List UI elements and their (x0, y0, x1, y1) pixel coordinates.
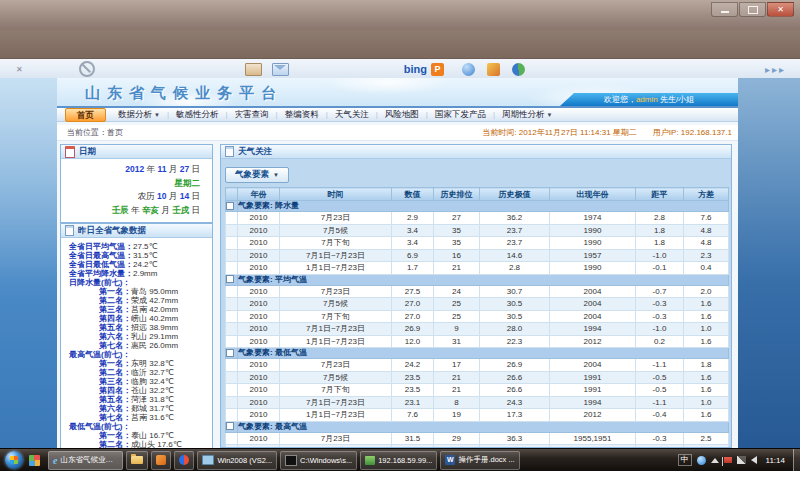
maximize-button[interactable] (739, 2, 766, 17)
row-spacer-cell (226, 224, 238, 237)
bing-logo[interactable]: bing (404, 63, 427, 75)
element-dropdown-button[interactable]: 气象要素 ▼ (225, 167, 289, 183)
row-spacer-cell (226, 285, 238, 298)
data-cell: 7月23日 (280, 432, 392, 445)
nav-item-3[interactable]: 敏感性分析 (169, 109, 226, 121)
data-cell: 2010 (238, 298, 280, 311)
taskbar-window-button[interactable]: Win2008 (VS2... (197, 451, 277, 470)
quick-launch-icon[interactable] (29, 455, 40, 466)
stat-value: 2.9mm (133, 269, 157, 278)
stat-label: 全省日最低气温： (69, 260, 133, 269)
lunar-month-unit: 月 (169, 191, 178, 201)
nav-item-8[interactable]: 国家下发产品 (428, 109, 493, 121)
taskbar-window-button[interactable]: C:\Windows\s... (280, 451, 357, 470)
tray-expand-icon[interactable] (711, 458, 719, 463)
page-left-margin (0, 78, 57, 448)
data-cell: 2010 (238, 323, 280, 336)
nav-item-2[interactable]: 数据分析▼ (111, 109, 167, 121)
header-cell-spacer (226, 188, 238, 201)
group-label: 气象要素: 最低气温 (238, 348, 729, 359)
taskbar-window-button[interactable]: W操作手册.docx ... (440, 451, 519, 470)
data-cell: 2010 (238, 396, 280, 409)
expand-box-icon[interactable] (226, 349, 234, 357)
toolbar-close-icon[interactable]: ✕ (16, 65, 23, 74)
nav-item-7[interactable]: 风险地图 (378, 109, 426, 121)
data-cell: 1.8 (684, 359, 729, 372)
nav-item-4[interactable]: 灾害查询 (228, 109, 276, 121)
expand-box-icon[interactable] (226, 275, 234, 283)
rank-row: 第三名：临朐 32.4℃ (63, 377, 210, 386)
data-cell: 2010 (238, 432, 280, 445)
data-cell: 2010 (238, 445, 280, 448)
taskbar-media-button[interactable] (174, 451, 194, 470)
data-cell: 1.8 (636, 224, 684, 237)
data-cell: 21 (434, 371, 480, 384)
taskbar-app-orange-button[interactable] (151, 451, 171, 470)
action-center-flag-icon[interactable] (724, 457, 732, 463)
show-desktop-button[interactable] (793, 449, 800, 472)
rank-value: 荣成 42.7mm (131, 296, 178, 305)
update-tray-icon[interactable] (697, 456, 706, 465)
data-cell: 2010 (238, 237, 280, 250)
column-header: 数值 (392, 188, 434, 201)
data-cell: 7月下旬 (280, 384, 392, 397)
calendar-content: 2012 年 11 月 27 日 星期二 农历 10 月 14 日 壬辰 年 (61, 159, 212, 222)
language-indicator[interactable]: 中 (678, 454, 692, 466)
data-cell: 7月1日~7月23日 (280, 249, 392, 262)
plugin-icon-green[interactable] (512, 63, 525, 76)
blocked-icon[interactable] (79, 61, 95, 77)
network-icon[interactable] (737, 456, 746, 464)
lunar-day: 14 (180, 191, 189, 201)
nav-item-1[interactable]: 首页 (65, 108, 106, 122)
page-right-margin (738, 78, 800, 448)
group-row: 气象要素: 最低气温 (226, 348, 729, 359)
ganzhi-day: 壬戌 (172, 205, 189, 215)
expand-box-icon[interactable] (226, 202, 234, 210)
mail-icon[interactable] (272, 63, 289, 76)
data-cell: 25 (434, 298, 480, 311)
close-button[interactable]: ✕ (767, 2, 794, 17)
data-cell: 2010 (238, 310, 280, 323)
nav-item-5[interactable]: 整编资料 (278, 109, 326, 121)
taskbar-explorer-button[interactable] (126, 451, 148, 470)
nav-item-6[interactable]: 天气关注 (328, 109, 376, 121)
nav-item-9[interactable]: 周期性分析▼ (495, 109, 559, 121)
rank-label: 第六名： (99, 332, 131, 341)
taskbar-window-button[interactable]: 192.168.59.99... (360, 451, 437, 470)
row-spacer-cell (226, 323, 238, 336)
stat-row: 全省日最高气温：31.5℃ (63, 251, 210, 260)
table-row: 20107月1日~7月23日23.1824.31994-1.11.0 (226, 396, 729, 409)
data-cell: 35.3 (480, 445, 550, 448)
p-badge-icon[interactable]: P (431, 63, 444, 76)
start-button[interactable] (5, 451, 23, 469)
data-cell: 36.2 (480, 212, 550, 225)
data-cell: 1.6 (684, 310, 729, 323)
data-cell: 1.6 (684, 298, 729, 311)
rank-label: 第三名： (99, 305, 131, 314)
plugin-icon-blue[interactable] (462, 63, 475, 76)
group-row: 气象要素: 最高气温 (226, 421, 729, 432)
plugin-icon-orange[interactable] (487, 63, 500, 76)
data-cell: -1.1 (636, 359, 684, 372)
calendar-day-unit: 日 (192, 164, 201, 174)
ganzhi-year: 壬辰 (112, 205, 129, 215)
minimize-button[interactable] (711, 2, 738, 17)
data-cell: 2012 (550, 409, 636, 422)
table-row: 20107月23日31.52936.31955,1951-0.32.5 (226, 432, 729, 445)
monitor-icon (202, 455, 214, 465)
row-spacer-cell (226, 212, 238, 225)
column-header: 年份 (238, 188, 280, 201)
toolbar-more-icon[interactable]: ▸▸▸ (765, 64, 786, 75)
data-cell: -1.1 (636, 396, 684, 409)
card-icon[interactable] (245, 63, 262, 76)
breadcrumb: 当前位置：首页 (67, 125, 123, 140)
taskbar-clock[interactable]: 11:14 (762, 456, 789, 465)
volume-icon[interactable] (751, 456, 757, 464)
expand-box-icon[interactable] (226, 422, 234, 430)
data-cell: 7月下旬 (280, 310, 392, 323)
sidebar: 日期 2012 年 11 月 27 日 星期二 农历 10 月 14 日 (60, 144, 213, 448)
rank-value: 莒南 31.6℃ (131, 413, 174, 422)
data-cell: -0.4 (636, 409, 684, 422)
taskbar-button-label: 操作手册.docx ... (458, 455, 514, 465)
taskbar-ie-button[interactable]: e 山东省气候业务平... (48, 451, 123, 470)
